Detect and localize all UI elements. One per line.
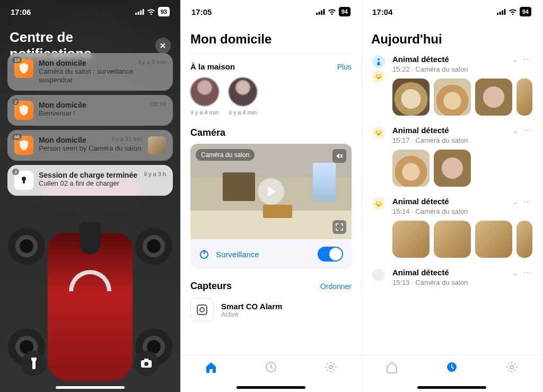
status-bar: 17:06 93 [0,0,180,23]
notification-title: Mon domicile [39,136,86,144]
camera-preview[interactable]: Caméra du salon [190,144,352,239]
phone-lockscreen: 17:06 93 Centre de notifications 10 Mon … [0,0,181,392]
svg-point-32 [379,201,381,203]
person-avatar[interactable]: il y a 4 min [229,77,257,116]
camera-name-label: Caméra du salon [196,149,255,161]
phone-home-app: 17:05 94 Mon domicile À la maison Plus i… [181,0,362,392]
event-thumbnail[interactable] [392,221,430,258]
svg-point-22 [379,74,381,75]
event-thumbnail[interactable] [392,79,430,116]
battery-icon: 94 [339,7,351,16]
thumbnail-row [392,79,532,116]
svg-point-21 [376,74,378,75]
surveillance-label: Surveillance [216,250,311,259]
flashlight-button[interactable] [21,351,47,376]
svg-point-23 [375,76,377,77]
app-icon: 10 [14,59,33,78]
svg-point-15 [329,365,332,369]
svg-point-25 [377,77,380,80]
event-item[interactable]: Animal détecté ⌄ ⋯ 15:22 · Caméra du sal… [371,54,532,116]
event-title: Animal détecté [392,268,449,277]
section-sensors: Capteurs [190,281,232,292]
svg-rect-10 [318,12,320,15]
home-indicator[interactable] [56,386,125,389]
lockscreen-buttons [0,351,180,376]
notification-thumbnail [148,136,166,154]
order-link[interactable]: Ordonner [320,282,352,291]
notification-item[interactable]: 4 Session de charge terminée il y a 3 h … [7,165,173,196]
event-item[interactable]: Animal détecté ⌄ ⋯ 15:17 · Caméra du sal… [371,125,532,187]
close-button[interactable] [155,38,171,54]
event-title: Animal détecté [392,55,449,64]
home-indicator[interactable] [237,386,305,389]
person-icon [372,55,385,68]
event-subtitle: 15:14 · Caméra du salon [392,207,532,215]
speaker-off-icon [336,152,343,160]
notification-count-badge: 2 [12,99,19,105]
plug-icon [19,176,29,185]
notification-item[interactable]: 2 Mon domicile 08:59 Bienvenue ! [7,95,173,126]
sensor-item[interactable]: Smart CO Alarm Activé [190,298,352,321]
more-icon[interactable]: ⋯ [523,54,532,64]
event-subtitle: 15:13 · Caméra du salon [392,278,532,286]
event-item[interactable]: Animal détecté ⌄ ⋯ 15:13 · Caméra du sal… [371,267,532,286]
notification-item[interactable]: 66 Mon domicile il y a 31 min Person see… [7,130,173,161]
chevron-down-icon[interactable]: ⌄ [512,197,519,206]
home-indicator[interactable] [417,386,486,389]
svg-point-4 [22,177,26,181]
home-icon [205,361,217,373]
event-thumbnail[interactable] [434,79,471,116]
chevron-down-icon[interactable]: ⌄ [512,126,519,135]
flashlight-icon [29,358,39,369]
svg-point-34 [380,203,382,205]
surveillance-toggle[interactable] [318,247,343,262]
event-thumbnail[interactable] [434,150,471,187]
shield-icon [19,105,29,116]
person-avatar[interactable]: il y a 4 min [190,77,219,116]
tab-history[interactable] [265,361,277,376]
tab-settings[interactable] [325,361,337,376]
wifi-icon [328,8,336,15]
play-icon [268,186,276,197]
tab-settings[interactable] [505,361,518,376]
more-icon[interactable]: ⋯ [523,196,532,206]
event-thumbnail[interactable] [516,221,532,258]
svg-rect-12 [323,9,325,15]
tab-home[interactable] [386,361,398,376]
play-button[interactable] [258,178,284,205]
camera-card: Caméra du salon Surveillance [190,144,352,269]
notification-count-badge: 4 [12,169,19,175]
more-icon[interactable]: ⋯ [523,267,532,277]
svg-point-7 [144,362,148,366]
sensor-name: Smart CO Alarm [221,302,282,311]
event-item[interactable]: Animal détecté ⌄ ⋯ 15:14 · Caméra du sal… [371,196,532,258]
cellular-icon [135,9,144,15]
event-thumbnail[interactable] [516,79,532,116]
app-icon: 66 [14,136,33,155]
camera-button[interactable] [134,351,159,376]
svg-rect-0 [135,13,137,15]
tab-home[interactable] [205,361,217,376]
chevron-down-icon[interactable]: ⌄ [512,268,519,277]
fullscreen-button[interactable] [332,220,346,234]
notification-text: Caméra du salon : surveillance suspendue [39,67,166,85]
event-thumbnail[interactable] [392,150,430,187]
tab-history[interactable] [445,361,458,376]
notification-title: Session de charge terminée [39,171,137,179]
chevron-down-icon[interactable]: ⌄ [512,55,519,64]
notification-time: il y a 3 h [144,171,166,177]
event-thumbnail[interactable] [475,79,512,116]
mute-button[interactable] [332,149,346,163]
more-link[interactable]: Plus [337,63,352,71]
more-icon[interactable]: ⋯ [523,125,532,135]
event-thumbnail[interactable] [434,221,471,258]
notification-count-badge: 66 [12,134,22,140]
svg-point-29 [380,132,382,134]
cellular-icon [316,9,325,15]
svg-rect-11 [321,10,322,15]
notification-item[interactable]: 10 Mon domicile il y a 6 min Caméra du s… [7,53,173,91]
svg-point-26 [376,130,378,132]
notification-title: Mon domicile [39,101,86,109]
event-thumbnail[interactable] [475,221,512,258]
sensor-status: Activé [221,311,282,318]
